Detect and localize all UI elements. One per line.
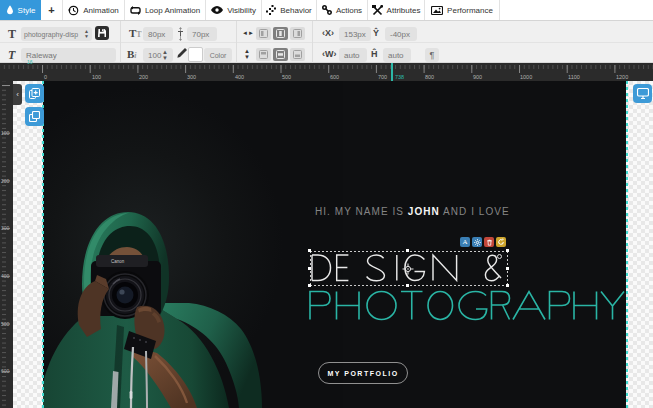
svg-text:400: 400	[235, 74, 244, 80]
svg-text:800: 800	[425, 74, 434, 80]
svg-text:100: 100	[92, 74, 101, 80]
svg-text:600: 600	[330, 74, 339, 80]
svg-text:900: 900	[473, 74, 482, 80]
svg-text:200: 200	[1, 178, 10, 184]
svg-text:200: 200	[139, 74, 148, 80]
svg-text:1200: 1200	[616, 74, 628, 80]
svg-text:1100: 1100	[568, 74, 580, 80]
svg-text:300: 300	[187, 74, 196, 80]
svg-text:738: 738	[395, 74, 404, 80]
svg-text:600: 600	[1, 368, 10, 374]
svg-text:1000: 1000	[520, 74, 532, 80]
svg-text:700: 700	[378, 74, 387, 80]
svg-text:500: 500	[1, 321, 10, 327]
svg-text:500: 500	[282, 74, 291, 80]
svg-text:100: 100	[1, 130, 10, 136]
svg-text:0: 0	[44, 74, 47, 80]
svg-text:300: 300	[1, 225, 10, 231]
svg-text:400: 400	[1, 273, 10, 279]
